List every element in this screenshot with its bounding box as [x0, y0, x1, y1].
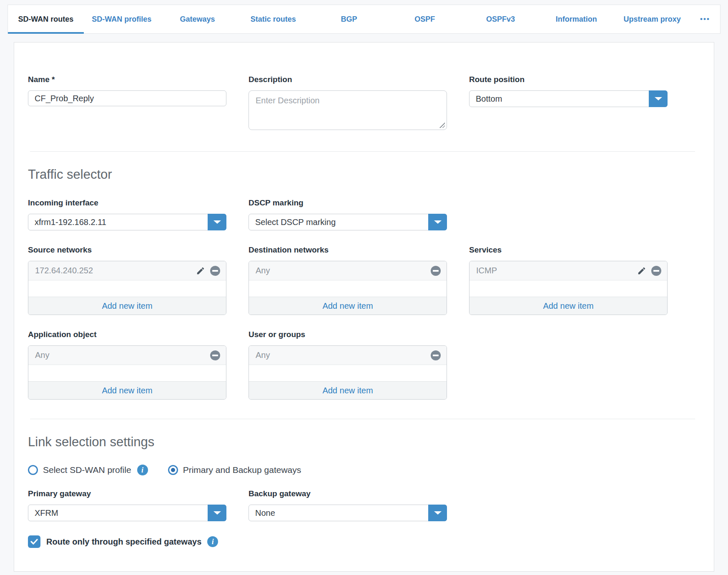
interface-dscp-row: Incoming interface xfrm1-192.168.2.11 DS…	[14, 198, 714, 230]
route-position-value: Bottom	[469, 91, 667, 107]
name-input[interactable]	[28, 90, 226, 106]
sdwan-profile-radio[interactable]	[28, 465, 38, 475]
remove-item-icon[interactable]	[431, 266, 441, 276]
dscp-marking-select[interactable]: Select DSCP marking	[249, 214, 447, 230]
services-field-group: Services ICMP Add new item	[469, 245, 668, 315]
caret-glyph	[655, 97, 662, 100]
backup-gateway-field-group: Backup gateway None	[249, 489, 447, 521]
tab-label: Gateways	[180, 15, 215, 24]
primary-gateway-value: XFRM	[28, 505, 226, 521]
tab-label: Information	[556, 15, 597, 24]
destination-networks-listbox: Any Add new item	[249, 261, 447, 315]
info-icon[interactable]	[137, 465, 148, 475]
services-listbox: ICMP Add new item	[469, 261, 668, 315]
tab-label: OSPF	[414, 15, 435, 24]
general-fields-row: Name * Description Route position Bottom	[14, 75, 714, 132]
primary-backup-radio-group: Primary and Backup gateways	[168, 465, 301, 475]
primary-backup-radio[interactable]	[168, 465, 178, 475]
route-only-checkbox[interactable]	[28, 535, 40, 548]
destination-networks-add-button[interactable]: Add new item	[249, 297, 447, 315]
application-object-field-group: Application object Any Add new item	[28, 330, 226, 400]
chevron-down-icon[interactable]	[208, 505, 226, 521]
name-label: Name *	[28, 75, 226, 84]
section-divider	[30, 419, 695, 419]
tab-label: OSPFv3	[486, 15, 515, 24]
more-tabs-button[interactable]: •••	[690, 5, 720, 33]
source-networks-field-group: Source networks 172.64.240.252 Add new i…	[28, 245, 226, 315]
remove-item-icon[interactable]	[651, 266, 661, 276]
tab-gateways[interactable]: Gateways	[160, 5, 236, 33]
primary-gateway-label: Primary gateway	[28, 489, 226, 498]
add-new-item-label: Add new item	[102, 386, 152, 395]
user-or-groups-field-group: User or groups Any Add new item	[249, 330, 447, 400]
edit-pencil-icon[interactable]	[637, 266, 646, 275]
sdwan-profile-radio-group: Select SD-WAN profile	[28, 465, 148, 475]
name-field-group: Name *	[28, 75, 226, 106]
chevron-down-icon[interactable]	[428, 214, 447, 230]
chevron-down-icon[interactable]	[208, 214, 226, 230]
user-or-groups-add-button[interactable]: Add new item	[249, 381, 447, 399]
edit-pencil-icon[interactable]	[196, 266, 205, 275]
route-position-label: Route position	[469, 75, 668, 84]
list-item-text: Any	[35, 350, 210, 360]
tab-sdwan-routes[interactable]: SD-WAN routes	[8, 5, 84, 33]
list-item: Any	[249, 346, 447, 365]
tab-ospf[interactable]: OSPF	[387, 5, 463, 33]
tab-upstream-proxy[interactable]: Upstream proxy	[614, 5, 690, 33]
tab-static-routes[interactable]: Static routes	[235, 5, 311, 33]
remove-item-icon[interactable]	[431, 350, 441, 360]
route-position-select[interactable]: Bottom	[469, 90, 668, 107]
backup-gateway-select[interactable]: None	[249, 505, 447, 521]
destination-networks-field-group: Destination networks Any Add new item	[249, 245, 447, 315]
sdwan-profile-radio-label: Select SD-WAN profile	[43, 465, 131, 475]
add-new-item-label: Add new item	[102, 301, 152, 311]
list-item: 172.64.240.252	[28, 261, 226, 280]
primary-gateway-select[interactable]: XFRM	[28, 505, 226, 521]
incoming-interface-field-group: Incoming interface xfrm1-192.168.2.11	[28, 198, 226, 230]
add-new-item-label: Add new item	[322, 386, 373, 395]
remove-item-icon[interactable]	[210, 266, 220, 276]
list-empty-area	[249, 280, 447, 297]
list-item-text: Any	[256, 350, 431, 360]
source-networks-listbox: 172.64.240.252 Add new item	[28, 261, 226, 315]
chevron-down-icon[interactable]	[649, 90, 668, 107]
user-or-groups-label: User or groups	[249, 330, 447, 339]
dscp-marking-label: DSCP marking	[249, 198, 447, 208]
active-tab-underline	[8, 32, 84, 34]
tab-ospfv3[interactable]: OSPFv3	[463, 5, 539, 33]
caret-glyph	[213, 511, 221, 515]
tab-label: SD-WAN profiles	[92, 15, 151, 24]
incoming-interface-select[interactable]: xfrm1-192.168.2.11	[28, 214, 226, 230]
application-users-row: Application object Any Add new item User…	[14, 330, 714, 400]
section-divider	[30, 151, 695, 152]
application-object-listbox: Any Add new item	[28, 345, 226, 400]
services-label: Services	[469, 245, 668, 255]
source-networks-label: Source networks	[28, 245, 226, 255]
user-or-groups-listbox: Any Add new item	[249, 345, 447, 400]
primary-backup-radio-label: Primary and Backup gateways	[183, 465, 301, 475]
remove-item-icon[interactable]	[210, 350, 220, 360]
tab-label: Upstream proxy	[624, 15, 681, 24]
description-field-group: Description	[249, 75, 447, 132]
backup-gateway-label: Backup gateway	[249, 489, 447, 498]
list-item-text: ICMP	[476, 266, 637, 275]
services-add-button[interactable]: Add new item	[469, 297, 667, 315]
tab-sdwan-profiles[interactable]: SD-WAN profiles	[84, 5, 160, 33]
gateways-row: Primary gateway XFRM Backup gateway None	[14, 489, 714, 521]
tab-information[interactable]: Information	[538, 5, 614, 33]
source-networks-add-button[interactable]: Add new item	[28, 297, 226, 315]
checkmark-icon	[30, 539, 38, 545]
info-icon[interactable]	[207, 536, 218, 547]
chevron-down-icon[interactable]	[428, 505, 447, 521]
tab-label: Static routes	[251, 15, 296, 24]
tab-bgp[interactable]: BGP	[311, 5, 387, 33]
primary-gateway-field-group: Primary gateway XFRM	[28, 489, 226, 521]
list-empty-area	[28, 280, 226, 297]
list-empty-area	[469, 280, 667, 297]
tab-label: SD-WAN routes	[18, 15, 73, 24]
application-object-add-button[interactable]: Add new item	[28, 381, 226, 399]
description-textarea[interactable]	[249, 90, 447, 130]
list-item: ICMP	[469, 261, 667, 280]
sdwan-route-form-panel: Name * Description Route position Bottom…	[14, 42, 714, 572]
description-label: Description	[249, 75, 447, 84]
